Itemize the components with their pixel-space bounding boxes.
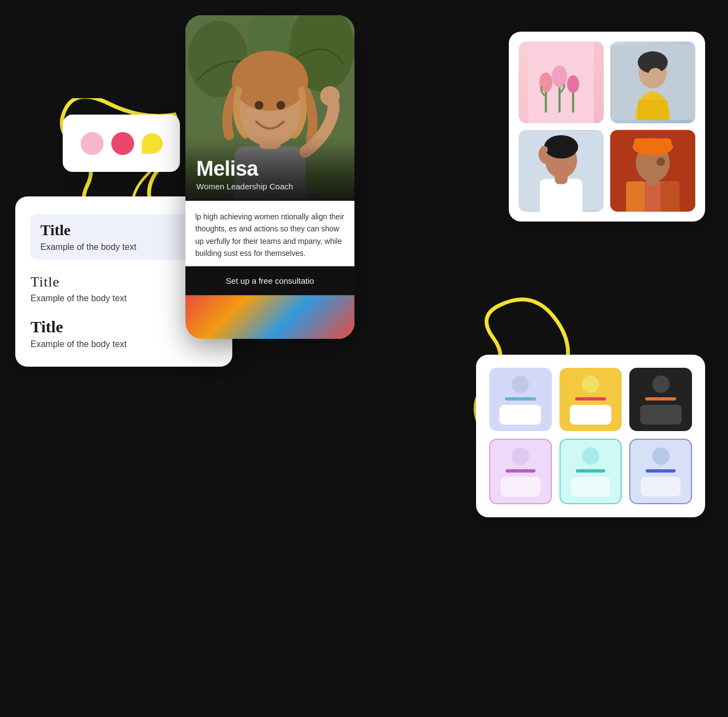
typo-body-1: Example of the body text: [40, 242, 207, 252]
badge-dark: [629, 368, 692, 431]
light-pink-dot: [81, 132, 104, 155]
woman-white-image: [519, 130, 604, 212]
svg-point-19: [567, 75, 579, 93]
badge-outline-teal: [559, 439, 622, 504]
badge-rect-4: [501, 477, 540, 497]
typo-body-3: Example of the body text: [31, 339, 217, 349]
phone-profile-card: Melisa Women Leadership Coach lp high ac…: [185, 15, 354, 339]
svg-point-10: [276, 101, 285, 110]
phone-cta-button[interactable]: Set up a free consultatio: [185, 266, 354, 295]
badge-bar-2: [575, 397, 606, 401]
svg-point-38: [657, 158, 665, 166]
svg-rect-23: [637, 100, 667, 120]
phone-person-name: Melisa: [196, 157, 344, 181]
svg-point-29: [544, 135, 578, 159]
flowers-image: [528, 41, 594, 123]
phone-hero-overlay: Melisa Women Leadership Coach: [185, 146, 354, 201]
photo-cell-woman-white: [519, 130, 604, 212]
badge-avatar-5: [582, 447, 599, 465]
photo-cell-flowers: [519, 41, 604, 123]
photo-cell-orange-hat: [610, 130, 695, 212]
badge-outline-blue: [629, 439, 692, 504]
svg-point-24: [648, 68, 663, 82]
badge-avatar-6: [652, 447, 670, 465]
badge-avatar-2: [582, 375, 599, 393]
badge-bar-6: [646, 469, 675, 473]
badge-outline-purple: [489, 439, 552, 504]
badge-bar-5: [576, 469, 605, 473]
badge-avatar-1: [512, 375, 529, 393]
svg-rect-32: [626, 182, 645, 212]
svg-rect-37: [634, 139, 671, 150]
badge-rect-6: [641, 477, 681, 497]
svg-point-17: [552, 65, 567, 87]
svg-point-11: [320, 86, 340, 106]
badge-avatar-4: [512, 447, 529, 465]
badge-rect-2: [570, 405, 611, 425]
dark-pink-dot: [111, 132, 134, 155]
badge-bar-4: [506, 469, 535, 473]
badge-avatar-3: [652, 375, 670, 393]
badge-bar-3: [645, 397, 676, 401]
phone-body-text: lp high achieving women ntionally align …: [185, 201, 354, 266]
yellow-jacket-image: [610, 41, 695, 123]
yellow-dot: [142, 133, 163, 154]
orange-hat-image: [610, 130, 695, 212]
badge-bar-1: [505, 397, 536, 401]
color-dots-card: [63, 115, 180, 172]
phone-bottom-image: [185, 295, 354, 339]
phone-hero-image: Melisa Women Leadership Coach: [185, 15, 354, 201]
badge-rect-3: [640, 405, 682, 425]
photo-cell-yellow-jacket: [610, 41, 695, 123]
badge-rect-1: [500, 405, 541, 425]
phone-person-subtitle: Women Leadership Coach: [196, 182, 344, 191]
badge-grid-card: [476, 355, 705, 517]
badge-rect-5: [571, 477, 611, 497]
typo-title-1: Title: [40, 222, 207, 239]
photo-grid-card: [509, 32, 705, 222]
badge-purple: [489, 368, 552, 431]
svg-rect-33: [661, 182, 679, 212]
svg-point-9: [255, 101, 263, 110]
badge-yellow: [559, 368, 622, 431]
